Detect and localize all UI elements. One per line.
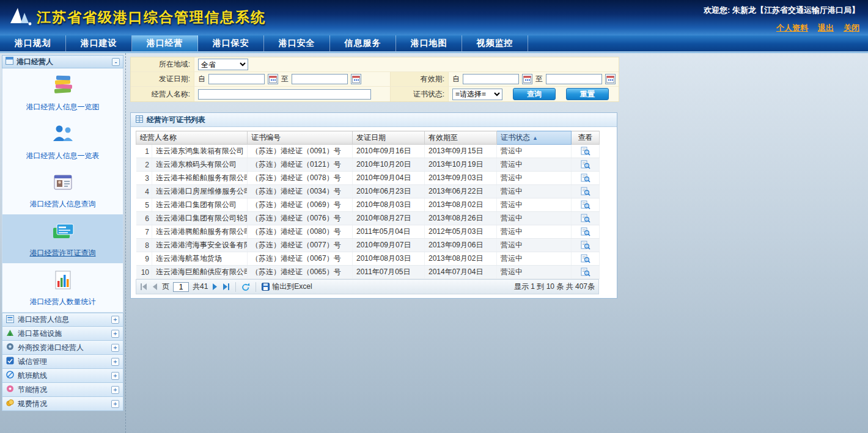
operator-name-cell: 连云港海航基地货场 xyxy=(152,252,248,266)
header-link-3[interactable]: 关闭 xyxy=(844,23,859,34)
expand-section-button[interactable]: + xyxy=(111,358,119,366)
expand-section-button[interactable]: + xyxy=(111,386,119,394)
last-page-button[interactable] xyxy=(222,283,230,290)
column-header-5[interactable]: 证书状态▲ xyxy=(497,131,572,145)
sidebar-section-4[interactable]: 诚信管理+ xyxy=(2,355,123,369)
operator-name-cell: 连云港东粮码头有限公司 xyxy=(152,158,248,172)
view-record-button[interactable] xyxy=(581,254,590,263)
column-header-6[interactable]: 查看 xyxy=(572,131,600,145)
sidebar-section-label: 港口经营人信息 xyxy=(18,315,69,325)
view-record-button[interactable] xyxy=(581,147,590,156)
table-panel: 经营许可证书列表 经营人名称证书编号发证日期有效期至证书状态▲查看 1连云港东鸿… xyxy=(130,112,617,299)
view-record-button[interactable] xyxy=(581,160,590,169)
next-page-button[interactable] xyxy=(211,283,218,290)
issue-date-to-input[interactable] xyxy=(292,74,348,84)
expand-section-button[interactable]: + xyxy=(111,372,119,380)
view-record-button[interactable] xyxy=(581,214,590,223)
cert-status-cell: 营运中 xyxy=(497,212,572,225)
calendar-icon[interactable] xyxy=(268,74,278,84)
column-header-3[interactable]: 发证日期 xyxy=(353,131,425,145)
table-row[interactable]: 2连云港东粮码头有限公司（苏连）港经证（0121）号2010年10月20日201… xyxy=(136,158,600,172)
valid-until-cell: 2014年07月04日 xyxy=(425,266,497,279)
collapse-panel-button[interactable]: - xyxy=(112,58,120,66)
sidebar-section-3[interactable]: 外商投资港口经营人+ xyxy=(2,341,123,355)
nav-tab-7[interactable]: 港口地图 xyxy=(396,35,462,51)
query-button[interactable]: 查询 xyxy=(513,88,556,100)
region-select[interactable]: 全省 xyxy=(198,59,248,70)
calendar-icon[interactable] xyxy=(522,74,532,84)
page-number-input[interactable] xyxy=(173,282,189,292)
issue-from-label: 自 xyxy=(198,74,205,84)
view-record-button[interactable] xyxy=(581,227,590,236)
sidebar-item-label: 港口经营人信息查询 xyxy=(30,199,96,209)
cert-status-select[interactable]: =请选择= xyxy=(452,89,502,100)
sidebar-item-4[interactable]: 港口经营许可证查询 xyxy=(2,214,123,263)
table-row[interactable]: 1连云港东鸿集装箱有限公司（苏连）港经证（0091）号2010年09月16日20… xyxy=(136,145,600,158)
table-row[interactable]: 6连云港港口集团有限公司轮驳...（苏连）港经证（0076）号2010年08月2… xyxy=(136,212,600,225)
refresh-button[interactable] xyxy=(241,283,250,291)
nav-tab-8[interactable]: 视频监控 xyxy=(462,35,528,51)
table-row[interactable]: 7连云港港腾船舶服务有限公司（苏连）港经证（0080）号2011年05月04日2… xyxy=(136,225,600,239)
sidebar-panel-header[interactable]: 港口经营人 - xyxy=(2,55,123,68)
column-header-2[interactable]: 证书编号 xyxy=(248,131,353,145)
table-row[interactable]: 3连云港丰裕船舶服务有限公司（苏连）港经证（0078）号2010年09月04日2… xyxy=(136,172,600,185)
table-row[interactable]: 9连云港海航基地货场（苏连）港经证（0067）号2010年08月03日2013年… xyxy=(136,252,600,266)
cert-number-cell: （苏连）港经证（0091）号 xyxy=(248,145,353,158)
sidebar-item-5[interactable]: 港口经营人数量统计 xyxy=(2,263,123,312)
first-page-button[interactable] xyxy=(140,283,148,290)
calendar-icon[interactable] xyxy=(605,74,616,84)
sidebar-section-6[interactable]: 节能情况+ xyxy=(2,383,123,397)
calendar-icon[interactable] xyxy=(351,74,361,84)
nav-tab-2[interactable]: 港口建设 xyxy=(66,35,132,51)
prev-page-button[interactable] xyxy=(152,283,158,290)
issue-date-from-input[interactable] xyxy=(208,74,265,84)
valid-until-cell: 2013年08月26日 xyxy=(425,212,497,225)
valid-until-cell: 2013年09月03日 xyxy=(425,172,497,185)
sidebar-item-2[interactable]: 港口经营人信息一览表 xyxy=(2,117,123,166)
view-record-button[interactable] xyxy=(581,187,590,196)
view-record-button[interactable] xyxy=(581,241,590,250)
expand-section-button[interactable]: + xyxy=(111,330,119,338)
sidebar-section-1[interactable]: 港口经营人信息+ xyxy=(2,313,123,327)
nav-tab-3[interactable]: 港口经营 xyxy=(132,35,198,51)
export-label: 输出到Excel xyxy=(272,282,312,292)
view-cell xyxy=(572,185,600,198)
table-row[interactable]: 10连云港海巨船舶供应有限公司（苏连）港经证（0065）号2011年07月05日… xyxy=(136,266,600,279)
export-excel-button[interactable]: 输出到Excel xyxy=(262,282,312,292)
validity-to-input[interactable] xyxy=(546,74,602,84)
table-row[interactable]: 5连云港港口集团有限公司（苏连）港经证（0069）号2010年08月03日201… xyxy=(136,198,600,212)
expand-section-button[interactable]: + xyxy=(111,344,119,352)
issue-date-cell: 2011年05月04日 xyxy=(353,225,425,239)
column-header-4[interactable]: 有效期至 xyxy=(425,131,497,145)
nav-tab-5[interactable]: 港口安全 xyxy=(264,35,330,51)
sidebar-section-2[interactable]: 港口基础设施+ xyxy=(2,327,123,341)
validity-to-label: 至 xyxy=(535,74,543,84)
cert-number-cell: （苏连）港经证（0080）号 xyxy=(248,225,353,239)
table-row[interactable]: 8连云港港湾海事安全设备有限...（苏连）港经证（0077）号2010年09月0… xyxy=(136,239,600,252)
sidebar-section-5[interactable]: 航班航线+ xyxy=(2,369,123,383)
header-link-2[interactable]: 退出 xyxy=(818,23,834,34)
sidebar-item-1[interactable]: 港口经营人信息一览图 xyxy=(2,68,123,117)
sidebar-section-7[interactable]: 规费情况+ xyxy=(2,397,123,411)
table-row[interactable]: 4连云港港口房屋维修服务公司（苏连）港经证（0034）号2010年06月23日2… xyxy=(136,185,600,198)
expand-section-button[interactable]: + xyxy=(111,316,119,324)
operator-name-input[interactable] xyxy=(198,89,371,100)
sidebar-item-label: 港口经营人信息一览表 xyxy=(26,151,100,161)
cert-table-header-row: 经营人名称证书编号发证日期有效期至证书状态▲查看 xyxy=(136,131,600,145)
header-link-1[interactable]: 个人资料 xyxy=(776,23,808,34)
nav-tab-4[interactable]: 港口保安 xyxy=(198,35,264,51)
reset-button[interactable]: 重置 xyxy=(566,88,609,100)
view-record-button[interactable] xyxy=(581,173,590,183)
sidebar-item-3[interactable]: 港口经营人信息查询 xyxy=(2,166,123,215)
sidebar-section-label: 外商投资港口经营人 xyxy=(18,343,84,353)
column-header-1[interactable]: 经营人名称 xyxy=(136,131,248,145)
view-record-button[interactable] xyxy=(581,200,590,209)
view-record-button[interactable] xyxy=(581,267,590,277)
row-number-cell: 4 xyxy=(136,185,152,198)
expand-section-button[interactable]: + xyxy=(111,400,119,408)
row-number-cell: 7 xyxy=(136,225,152,239)
nav-tab-6[interactable]: 信息服务 xyxy=(330,35,396,51)
nav-tab-1[interactable]: 港口规划 xyxy=(0,35,66,51)
validity-from-input[interactable] xyxy=(463,74,519,84)
sidebar-section-label: 港口基础设施 xyxy=(18,329,62,339)
